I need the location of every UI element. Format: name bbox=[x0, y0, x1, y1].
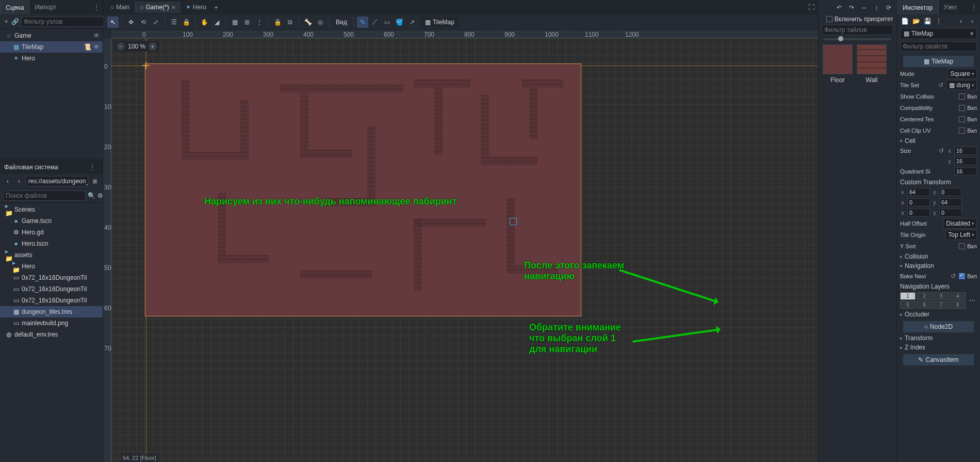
rotate-tool-icon[interactable]: ⟲ bbox=[138, 17, 149, 28]
panel-menu-icon[interactable]: ⋮ bbox=[968, 4, 980, 11]
open-scene-tab[interactable]: ○Game(*)✕ bbox=[135, 2, 181, 13]
nav-layer-cell[interactable]: 1 bbox=[900, 292, 916, 300]
redo-icon[interactable]: ↷ bbox=[847, 3, 856, 12]
inspector-menu-icon[interactable]: ⋮ bbox=[934, 17, 943, 26]
tile-item[interactable]: Floor bbox=[823, 44, 853, 84]
group-collision[interactable]: ▸Collision bbox=[900, 252, 977, 261]
tab-node[interactable]: Узел bbox=[939, 1, 962, 14]
select-tool-icon[interactable]: ↖ bbox=[107, 17, 119, 28]
filesystem-search-input[interactable] bbox=[3, 190, 86, 201]
tile-zoom-slider[interactable] bbox=[824, 38, 891, 40]
save-resource-icon[interactable]: 💾 bbox=[923, 17, 932, 26]
group-occluder[interactable]: ▸Occluder bbox=[900, 310, 977, 319]
reset-icon[interactable]: ↺ bbox=[950, 273, 957, 280]
zoom-in-icon[interactable]: ＋ bbox=[149, 42, 157, 51]
ct-x3-input[interactable] bbox=[907, 209, 930, 217]
script-icon[interactable]: 📜 bbox=[84, 43, 91, 51]
group-transform[interactable]: ▸Transform bbox=[900, 333, 977, 343]
nav-back-icon[interactable]: ‹ bbox=[3, 177, 12, 186]
checkbox-icon[interactable] bbox=[959, 243, 965, 249]
section-tilemap[interactable]: ▦ TileMap bbox=[903, 56, 974, 67]
nav-layer-cell[interactable]: 3 bbox=[934, 292, 949, 300]
tilemap-paint-icon[interactable]: ✎ bbox=[357, 17, 368, 28]
filesystem-item[interactable]: ●Game.tscn bbox=[0, 215, 103, 227]
ct-y2-input[interactable] bbox=[939, 198, 962, 206]
checkbox-icon[interactable] bbox=[959, 93, 965, 100]
fs-split-icon[interactable]: ≣ bbox=[90, 177, 100, 186]
filesystem-item[interactable]: ●Hero.tscn bbox=[0, 238, 103, 249]
scale-tool-icon[interactable]: ⤢ bbox=[150, 17, 161, 28]
checkbox-icon[interactable] bbox=[959, 128, 965, 134]
lock-selection-icon[interactable]: 🔒 bbox=[181, 17, 192, 28]
rotate-icon[interactable]: ⟳ bbox=[884, 3, 893, 12]
nav-layer-cell[interactable]: 5 bbox=[900, 301, 916, 309]
load-resource-icon[interactable]: 📂 bbox=[911, 17, 921, 26]
filesystem-item[interactable]: ▭0x72_16x16DungeonTil bbox=[0, 295, 103, 306]
grid-snap-icon[interactable]: ⊞ bbox=[241, 17, 253, 28]
nav-fwd-icon[interactable]: › bbox=[14, 177, 24, 186]
tab-inspector[interactable]: Инспектор bbox=[897, 1, 939, 14]
group-z-index[interactable]: ▸Z Index bbox=[900, 343, 977, 352]
zoom-out-icon[interactable]: − bbox=[117, 42, 125, 51]
quadrant-input[interactable] bbox=[954, 167, 977, 176]
prop-mode-value[interactable]: Square▾ bbox=[948, 69, 977, 79]
history-fwd-icon[interactable]: › bbox=[968, 17, 977, 26]
filesystem-menu-icon[interactable]: ⋮ bbox=[86, 164, 99, 171]
lock-icon[interactable]: 🔒 bbox=[272, 17, 283, 28]
history-back-icon[interactable]: ‹ bbox=[956, 17, 966, 26]
group-navigation[interactable]: ▾Navigation bbox=[900, 261, 977, 270]
distraction-free-icon[interactable]: ⛶ bbox=[807, 3, 816, 12]
pan-tool-icon[interactable]: ✋ bbox=[199, 17, 210, 28]
scene-tree-node[interactable]: ○Game👁 bbox=[0, 30, 103, 41]
filesystem-path[interactable]: res://assets/dungeon_ bbox=[26, 176, 88, 186]
section-canvas-item[interactable]: ✎ CanvasItem bbox=[903, 354, 974, 365]
tab-import[interactable]: Импорт bbox=[29, 1, 61, 14]
ct-y1-input[interactable] bbox=[939, 188, 962, 196]
checkbox-icon[interactable] bbox=[959, 116, 965, 122]
visibility-icon[interactable]: 👁 bbox=[93, 43, 100, 51]
ct-y3-input[interactable] bbox=[939, 209, 962, 217]
nav-layer-cell[interactable]: 7 bbox=[934, 301, 949, 309]
prop-tile-origin-value[interactable]: Top Left▾ bbox=[945, 230, 977, 240]
ct-x1-input[interactable] bbox=[907, 188, 930, 196]
open-scene-tab[interactable]: ○Main bbox=[105, 2, 135, 13]
flip-v-icon[interactable]: ↕ bbox=[872, 3, 881, 12]
size-y-input[interactable] bbox=[954, 157, 977, 165]
filesystem-item[interactable]: ◍default_env.tres bbox=[0, 329, 103, 340]
undo-icon[interactable]: ↶ bbox=[835, 3, 844, 12]
filesystem-item[interactable]: ▭0x72_16x16DungeonTil bbox=[0, 272, 103, 283]
visibility-icon[interactable]: 👁 bbox=[93, 32, 100, 39]
nav-layer-cell[interactable]: 4 bbox=[950, 292, 966, 300]
tab-scene[interactable]: Сцена bbox=[0, 1, 29, 14]
close-tab-icon[interactable]: ✕ bbox=[171, 5, 175, 10]
filesystem-item[interactable]: ▭0x72_16x16DungeonTil bbox=[0, 283, 103, 295]
size-x-input[interactable] bbox=[954, 147, 977, 155]
nav-layers-more-icon[interactable]: ⋯ bbox=[968, 296, 977, 305]
tile-item[interactable]: Wall bbox=[857, 44, 887, 84]
filesystem-item[interactable]: ▸📁Scenes bbox=[0, 204, 103, 215]
search-icon[interactable]: 🔍 bbox=[88, 191, 95, 200]
tilemap-rect-icon[interactable]: ▭ bbox=[382, 17, 393, 28]
zoom-value[interactable]: 100 % bbox=[128, 43, 145, 50]
filesystem-item[interactable]: ▸📁Hero bbox=[0, 261, 103, 272]
prop-half-offset-value[interactable]: Disabled▾ bbox=[943, 218, 977, 229]
snap-icon[interactable]: ▦ bbox=[229, 17, 240, 28]
scene-tree-node[interactable]: ✶Hero bbox=[0, 53, 103, 64]
ruler-tool-icon[interactable]: ◢ bbox=[211, 17, 222, 28]
group-cell[interactable]: ▾Cell bbox=[900, 136, 977, 146]
settings-icon[interactable]: ⚙ bbox=[97, 191, 103, 200]
checkbox-icon[interactable] bbox=[959, 273, 965, 279]
inspected-node-selector[interactable]: ▦ TileMap ▾ bbox=[900, 28, 977, 39]
prop-tileset-value[interactable]: ▦dung▾ bbox=[946, 80, 977, 90]
nav-layer-cell[interactable]: 8 bbox=[950, 301, 966, 309]
checkbox-icon[interactable] bbox=[959, 105, 965, 111]
tilemap-bucket-icon[interactable]: 🪣 bbox=[394, 17, 405, 28]
tilemap-line-icon[interactable]: ／ bbox=[369, 17, 381, 28]
group-icon[interactable]: ⧉ bbox=[284, 17, 296, 28]
move-tool-icon[interactable]: ✥ bbox=[125, 17, 137, 28]
enable-priority-toggle[interactable]: Включить приоритет bbox=[819, 15, 896, 25]
canvas-viewport[interactable]: − 100 % ＋ Нарисуем из них что-нибудь нап… bbox=[111, 38, 818, 462]
new-resource-icon[interactable]: 📄 bbox=[900, 17, 909, 26]
filesystem-item[interactable]: ▦dungeon_tiles.tres bbox=[0, 306, 103, 317]
list-select-icon[interactable]: ☰ bbox=[168, 17, 179, 28]
